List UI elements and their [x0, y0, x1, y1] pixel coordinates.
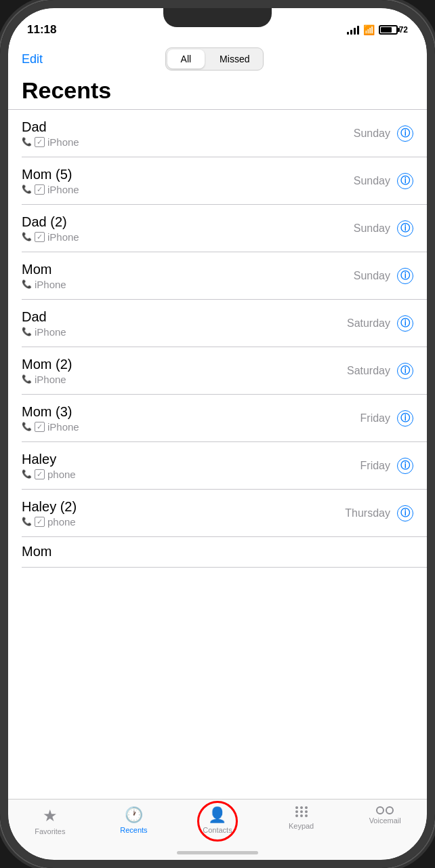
tab-contacts[interactable]: 👤 Contacts [175, 806, 260, 834]
call-type-3: iPhone [47, 231, 79, 243]
phone-icon-5: 📞 [22, 327, 32, 336]
segment-missed-button[interactable]: Missed [206, 48, 263, 70]
voicemail-icon [376, 806, 394, 814]
status-icons: 📶 72 [347, 24, 408, 35]
call-time-5: Saturday [347, 317, 390, 330]
info-button-4[interactable]: ⓘ [397, 268, 413, 284]
tab-recents[interactable]: 🕐 Recents [92, 806, 176, 834]
info-button-2[interactable]: ⓘ [397, 173, 413, 189]
battery-indicator: 72 [379, 25, 408, 35]
call-time-8: Friday [360, 460, 390, 472]
call-type-7: iPhone [47, 421, 79, 433]
tab-voicemail-label: Voicemail [369, 816, 401, 825]
call-type-8: phone [47, 469, 76, 480]
call-item-1[interactable]: Dad 📞 ✓ iPhone Sunday ⓘ [8, 110, 427, 157]
tab-bar: ★ Favorites 🕐 Recents 👤 Contacts [8, 799, 427, 860]
call-subtitle-3: 📞 ✓ iPhone [22, 231, 354, 243]
call-item-8[interactable]: Haley 📞 ✓ phone Friday ⓘ [8, 442, 427, 490]
segment-all-button[interactable]: All [167, 50, 205, 68]
call-info-5: Dad 📞 iPhone [22, 309, 347, 338]
phone-icon-6: 📞 [22, 374, 32, 384]
call-name-7: Mom (3) [22, 404, 360, 420]
call-name-9: Haley (2) [22, 499, 345, 515]
call-subtitle-4: 📞 iPhone [22, 279, 354, 290]
contacts-icon: 👤 [208, 806, 226, 824]
info-button-6[interactable]: ⓘ [397, 363, 413, 379]
call-time-6: Saturday [347, 365, 390, 377]
call-right-7: Friday ⓘ [360, 410, 413, 427]
call-info-2: Mom (5) 📞 ✓ iPhone [22, 167, 354, 195]
call-right-2: Sunday ⓘ [354, 173, 413, 189]
call-item-9[interactable]: Haley (2) 📞 ✓ phone Thursday ⓘ [8, 490, 427, 537]
info-button-9[interactable]: ⓘ [397, 505, 413, 521]
home-indicator [177, 851, 258, 854]
call-time-4: Sunday [354, 270, 390, 282]
info-button-3[interactable]: ⓘ [397, 220, 413, 237]
edit-button[interactable]: Edit [22, 52, 43, 66]
call-item-4[interactable]: Mom 📞 iPhone Sunday ⓘ [8, 252, 427, 300]
call-item-10[interactable]: Mom [8, 537, 427, 568]
call-info-9: Haley (2) 📞 ✓ phone [22, 499, 345, 528]
tab-contacts-label: Contacts [203, 826, 232, 834]
call-name-4: Mom [22, 262, 354, 277]
call-right-3: Sunday ⓘ [354, 220, 413, 237]
call-subtitle-6: 📞 iPhone [22, 374, 347, 385]
info-button-7[interactable]: ⓘ [397, 410, 413, 427]
info-button-8[interactable]: ⓘ [397, 458, 413, 474]
call-item-7[interactable]: Mom (3) 📞 ✓ iPhone Friday ⓘ [8, 395, 427, 442]
tab-favorites[interactable]: ★ Favorites [8, 806, 92, 835]
call-info-6: Mom (2) 📞 iPhone [22, 357, 347, 385]
header-nav: Edit All Missed [22, 47, 413, 71]
info-button-1[interactable]: ⓘ [397, 125, 413, 142]
call-right-4: Sunday ⓘ [354, 268, 413, 284]
call-list[interactable]: Dad 📞 ✓ iPhone Sunday ⓘ [8, 110, 427, 800]
call-subtitle-8: 📞 ✓ phone [22, 469, 360, 480]
tab-voicemail[interactable]: Voicemail [343, 806, 427, 825]
msg-icon-8: ✓ [35, 469, 45, 479]
call-item-6[interactable]: Mom (2) 📞 iPhone Saturday ⓘ [8, 347, 427, 395]
tab-favorites-label: Favorites [35, 827, 65, 835]
call-item-3[interactable]: Dad (2) 📞 ✓ iPhone Sunday ⓘ [8, 205, 427, 252]
favorites-icon: ★ [43, 806, 58, 825]
call-right-8: Friday ⓘ [360, 458, 413, 474]
call-name-10: Mom [22, 544, 413, 559]
call-time-1: Sunday [354, 127, 390, 140]
call-subtitle-1: 📞 ✓ iPhone [22, 136, 354, 148]
tab-keypad-label: Keypad [289, 822, 314, 830]
phone-icon-9: 📞 [22, 517, 32, 526]
call-subtitle-9: 📞 ✓ phone [22, 516, 345, 528]
call-info-4: Mom 📞 iPhone [22, 262, 354, 290]
phone-icon-8: 📞 [22, 469, 32, 479]
keypad-icon [295, 806, 308, 817]
call-name-6: Mom (2) [22, 357, 347, 372]
call-info-1: Dad 📞 ✓ iPhone [22, 119, 354, 148]
signal-bars-icon [347, 25, 359, 35]
call-right-9: Thursday ⓘ [345, 505, 413, 521]
page-title: Recents [22, 75, 413, 109]
call-item-5[interactable]: Dad 📞 iPhone Saturday ⓘ [8, 300, 427, 347]
recents-icon: 🕐 [125, 806, 143, 824]
call-name-5: Dad [22, 309, 347, 325]
app-content: Edit All Missed Recents Dad [8, 42, 427, 860]
phone-icon-4: 📞 [22, 279, 32, 289]
msg-icon-1: ✓ [35, 137, 45, 147]
call-info-3: Dad (2) 📞 ✓ iPhone [22, 214, 354, 243]
msg-icon-3: ✓ [35, 232, 45, 242]
tab-keypad[interactable]: Keypad [260, 806, 344, 830]
call-name-3: Dad (2) [22, 214, 354, 230]
call-type-6: iPhone [35, 374, 66, 385]
phone-icon-2: 📞 [22, 184, 32, 194]
phone-icon-3: 📞 [22, 232, 32, 241]
call-type-4: iPhone [35, 279, 66, 290]
header: Edit All Missed Recents [8, 42, 427, 109]
call-name-2: Mom (5) [22, 167, 354, 182]
call-type-5: iPhone [35, 326, 66, 338]
call-name-8: Haley [22, 452, 360, 467]
battery-text: 72 [399, 25, 408, 35]
call-type-1: iPhone [47, 136, 79, 148]
phone-frame: 11:18 📶 72 [0, 0, 435, 868]
phone-icon-1: 📞 [22, 137, 32, 146]
call-item-2[interactable]: Mom (5) 📞 ✓ iPhone Sunday ⓘ [8, 157, 427, 205]
info-button-5[interactable]: ⓘ [397, 315, 413, 332]
msg-icon-2: ✓ [35, 184, 45, 195]
